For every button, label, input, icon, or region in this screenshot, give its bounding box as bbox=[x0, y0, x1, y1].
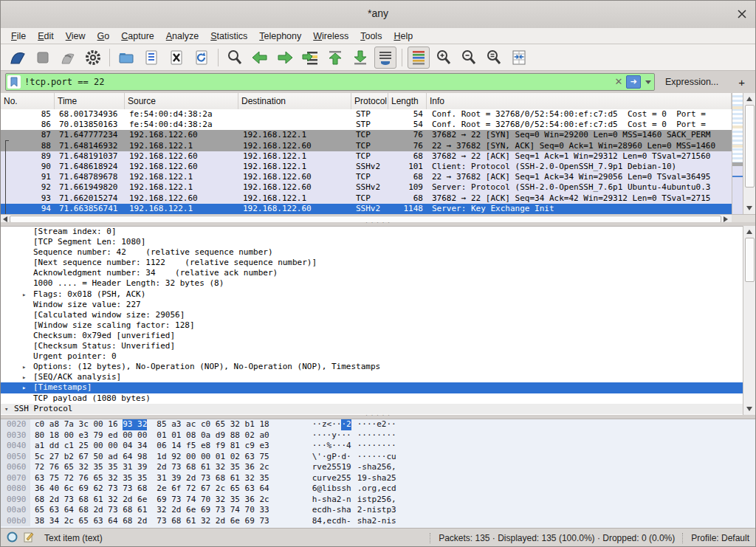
scroll-up-icon[interactable] bbox=[746, 97, 752, 101]
close-icon[interactable] bbox=[736, 8, 748, 20]
detail-line[interactable]: [Calculated window size: 29056] bbox=[1, 310, 755, 320]
hex-row[interactable]: 0020c0 a8 7a 3c 00 16 93 3285 a3 ac c0 6… bbox=[1, 419, 755, 430]
menu-item[interactable]: Tools bbox=[354, 30, 388, 43]
detail-line[interactable]: [Next sequence number: 1122 (relative se… bbox=[1, 258, 755, 268]
expand-icon[interactable]: ▸ bbox=[22, 289, 26, 300]
filter-dropdown-icon[interactable] bbox=[645, 80, 651, 84]
detail-line[interactable]: ▸Flags: 0x018 (PSH, ACK) bbox=[1, 289, 755, 300]
scroll-thumb[interactable] bbox=[745, 238, 755, 282]
hex-row[interactable]: 006072 76 65 32 35 35 31 392d 73 68 61 3… bbox=[1, 462, 755, 473]
detail-line[interactable]: Window size value: 227 bbox=[1, 300, 755, 310]
detail-line[interactable]: ▸[SEQ/ACK analysis] bbox=[1, 372, 755, 382]
add-filter-button[interactable]: + bbox=[738, 76, 745, 89]
detail-line[interactable]: [Stream index: 0] bbox=[1, 227, 755, 237]
scroll-up-icon[interactable] bbox=[746, 230, 752, 234]
detail-line[interactable]: 1000 .... = Header Length: 32 bytes (8) bbox=[1, 278, 755, 289]
menu-item[interactable]: Wireless bbox=[307, 30, 354, 43]
resize-columns-icon[interactable] bbox=[508, 47, 530, 69]
packet-row[interactable]: 9071.648618924192.168.122.60192.168.122.… bbox=[1, 162, 732, 172]
profile-selector[interactable]: Profile: Default bbox=[691, 533, 749, 543]
filter-bookmark-icon[interactable] bbox=[7, 75, 21, 89]
detail-line[interactable]: [Window size scaling factor: 128] bbox=[1, 320, 755, 331]
col-header-protocol[interactable]: Protocol bbox=[351, 93, 388, 109]
filter-apply-icon[interactable]: ➜ bbox=[626, 75, 641, 89]
col-header-info[interactable]: Info bbox=[427, 93, 732, 109]
packet-row[interactable]: 9171.648789678192.168.122.1192.168.122.6… bbox=[1, 172, 732, 182]
close-file-icon[interactable] bbox=[165, 47, 188, 69]
detail-line[interactable]: ▸[Timestamps] bbox=[1, 382, 755, 393]
packet-list-vscrollbar[interactable] bbox=[743, 93, 755, 214]
start-capture-icon[interactable] bbox=[7, 47, 29, 69]
go-to-top-icon[interactable] bbox=[324, 47, 346, 69]
expand-icon[interactable]: ▾ bbox=[4, 404, 8, 414]
col-header-no[interactable]: No. bbox=[1, 93, 55, 109]
capture-options-icon[interactable] bbox=[82, 47, 104, 69]
expand-icon[interactable]: ▸ bbox=[22, 372, 26, 382]
go-to-packet-icon[interactable] bbox=[299, 47, 321, 69]
find-packet-icon[interactable] bbox=[224, 47, 246, 69]
expression-button[interactable]: Expression... bbox=[665, 77, 718, 87]
hex-row[interactable]: 007063 75 72 76 65 32 35 3531 39 2d 73 6… bbox=[1, 473, 755, 484]
restart-capture-icon[interactable] bbox=[57, 47, 79, 69]
hex-row[interactable]: 009068 2d 73 68 61 32 2d 6e69 73 74 70 3… bbox=[1, 495, 755, 506]
menu-item[interactable]: Edit bbox=[32, 30, 60, 43]
packet-row[interactable]: 8670.013850163fe:54:00:d4:38:2aSTP54Conf… bbox=[1, 120, 732, 130]
menu-item[interactable]: Capture bbox=[115, 30, 159, 43]
detail-line[interactable]: Sequence number: 42 (relative sequence n… bbox=[1, 247, 755, 258]
detail-line[interactable]: Urgent pointer: 0 bbox=[1, 351, 755, 362]
stop-capture-icon[interactable] bbox=[32, 47, 54, 69]
colorize-icon[interactable] bbox=[408, 47, 430, 69]
expand-icon[interactable]: ▸ bbox=[22, 382, 26, 393]
reload-file-icon[interactable] bbox=[190, 47, 213, 69]
details-vscrollbar[interactable] bbox=[743, 226, 755, 415]
menu-item[interactable]: Telephony bbox=[253, 30, 307, 43]
save-file-icon[interactable] bbox=[140, 47, 162, 69]
go-to-bottom-icon[interactable] bbox=[349, 47, 371, 69]
packet-row[interactable]: 9471.663856741192.168.122.1192.168.122.6… bbox=[1, 204, 732, 214]
packet-row[interactable]: 9271.661949820192.168.122.1192.168.122.6… bbox=[1, 182, 732, 193]
col-header-time[interactable]: Time bbox=[55, 93, 125, 109]
scroll-down-icon[interactable] bbox=[746, 407, 752, 411]
filter-clear-icon[interactable]: ✕ bbox=[613, 76, 625, 88]
zoom-in-icon[interactable] bbox=[433, 47, 455, 69]
scroll-right-icon[interactable] bbox=[724, 216, 728, 222]
detail-line[interactable]: ▸Options: (12 bytes), No-Operation (NOP)… bbox=[1, 362, 755, 372]
col-header-length[interactable]: Length bbox=[388, 93, 427, 109]
scroll-thumb[interactable] bbox=[745, 105, 755, 188]
zoom-reset-icon[interactable] bbox=[483, 47, 505, 69]
filter-text[interactable]: !tcp.port == 22 bbox=[21, 77, 613, 87]
col-header-destination[interactable]: Destination bbox=[238, 93, 351, 109]
detail-line[interactable]: Checksum: 0x79ed [unverified] bbox=[1, 331, 755, 341]
hex-row[interactable]: 00505c 27 b2 67 50 ad 64 981d 92 00 00 0… bbox=[1, 452, 755, 463]
packet-row[interactable]: 9371.662015274192.168.122.60192.168.122.… bbox=[1, 193, 732, 204]
auto-scroll-icon[interactable] bbox=[374, 47, 396, 69]
packet-row[interactable]: 8971.648191037192.168.122.60192.168.122.… bbox=[1, 151, 732, 162]
packet-row[interactable]: 8568.001734936fe:54:00:d4:38:2aSTP54Conf… bbox=[1, 109, 732, 120]
open-file-icon[interactable] bbox=[115, 47, 137, 69]
hex-row[interactable]: 003080 18 00 e3 79 ed 00 0001 01 08 0a d… bbox=[1, 430, 755, 441]
expert-info-icon[interactable] bbox=[7, 531, 18, 545]
hex-row[interactable]: 00b038 34 2c 65 63 64 68 2d73 68 61 32 2… bbox=[1, 516, 755, 527]
hex-row[interactable]: 00a065 63 64 68 2d 73 68 6132 2d 6e 69 7… bbox=[1, 505, 755, 516]
menu-item[interactable]: Analyze bbox=[160, 30, 205, 43]
zoom-out-icon[interactable] bbox=[458, 47, 480, 69]
capture-comment-icon[interactable] bbox=[24, 531, 34, 545]
detail-line[interactable]: [Checksum Status: Unverified] bbox=[1, 341, 755, 351]
go-back-icon[interactable] bbox=[249, 47, 271, 69]
hex-row[interactable]: 008036 40 6c 69 62 73 73 682e 6f 72 67 2… bbox=[1, 484, 755, 495]
menu-item[interactable]: Statistics bbox=[205, 30, 253, 43]
detail-line[interactable]: TCP payload (1080 bytes) bbox=[1, 393, 755, 404]
scroll-left-icon[interactable] bbox=[3, 216, 7, 222]
packet-row[interactable]: 8871.648146932192.168.122.1192.168.122.6… bbox=[1, 141, 732, 151]
menu-item[interactable]: Help bbox=[388, 30, 419, 43]
detail-line[interactable]: [TCP Segment Len: 1080] bbox=[1, 237, 755, 247]
expand-icon[interactable]: ▸ bbox=[22, 362, 26, 372]
display-filter-input[interactable]: !tcp.port == 22 ✕ ➜ bbox=[5, 73, 655, 91]
menu-item[interactable]: File bbox=[5, 30, 32, 43]
hex-row[interactable]: 0040a1 dd c1 25 00 00 04 3406 14 f5 e8 f… bbox=[1, 441, 755, 452]
col-header-source[interactable]: Source bbox=[125, 93, 238, 109]
go-forward-icon[interactable] bbox=[274, 47, 296, 69]
packet-row[interactable]: 8771.647777234192.168.122.60192.168.122.… bbox=[1, 130, 732, 140]
menu-item[interactable]: Go bbox=[92, 30, 116, 43]
menu-item[interactable]: View bbox=[60, 30, 92, 43]
